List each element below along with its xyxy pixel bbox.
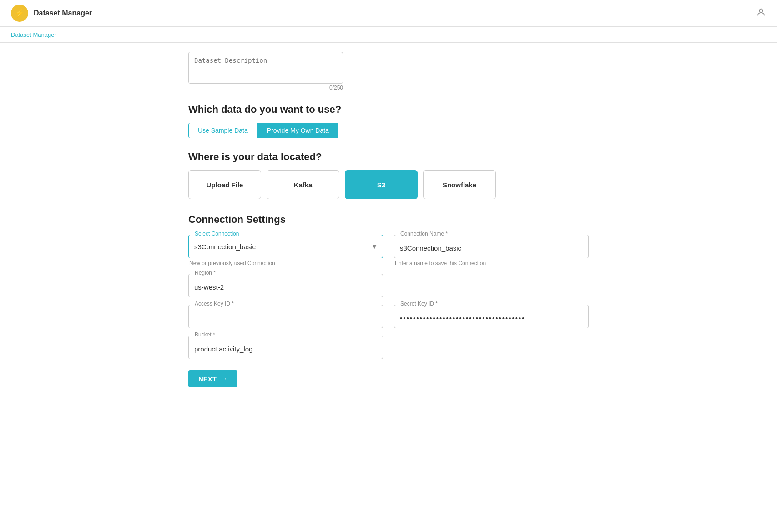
connection-name-group: Connection Name * Enter a name to save t… [394,235,589,266]
user-icon[interactable] [756,7,766,20]
region-group: Region * [188,274,383,297]
data-source-heading: Which data do you want to use? [188,104,589,115]
data-location-heading: Where is your data located? [188,151,589,163]
app-header: ⚡ Dataset Manager [0,0,777,27]
next-button-label: NEXT [198,375,217,383]
breadcrumb-bar: Dataset Manager [0,27,777,43]
bucket-group: Bucket * [188,336,383,359]
char-count: 0/250 [188,85,343,91]
bucket-label: Bucket * [193,331,217,338]
bucket-input[interactable] [188,336,383,359]
data-location-options: Upload File Kafka S3 Snowflake [188,170,589,199]
region-label: Region * [193,270,217,276]
header-left: ⚡ Dataset Manager [11,5,92,22]
connection-row-3: Access Key ID * Secret Key ID * [188,305,589,328]
main-content: 0/250 Which data do you want to use? Use… [170,43,607,415]
access-key-input[interactable] [188,305,383,328]
connection-row-4: Bucket * [188,336,589,359]
breadcrumb-link[interactable]: Dataset Manager [11,31,56,38]
next-arrow-icon: → [220,375,227,383]
secret-key-input[interactable] [394,305,589,328]
select-connection-hint: New or previously used Connection [188,260,383,266]
region-input[interactable] [188,274,383,297]
select-connection-dropdown[interactable]: s3Connection_basic [188,235,383,258]
use-sample-data-button[interactable]: Use Sample Data [188,123,257,138]
dataset-description-input[interactable] [188,52,343,84]
s3-button[interactable]: S3 [345,170,418,199]
svg-point-0 [759,9,762,12]
app-title: Dataset Manager [34,9,92,17]
connection-settings-heading: Connection Settings [188,214,589,226]
secret-key-group: Secret Key ID * [394,305,589,328]
connection-row-1: Select Connection s3Connection_basic ▼ N… [188,235,589,266]
connection-name-label: Connection Name * [399,231,449,237]
access-key-group: Access Key ID * [188,305,383,328]
next-button[interactable]: NEXT → [188,370,237,387]
secret-key-label: Secret Key ID * [399,301,439,307]
connection-name-input[interactable] [394,235,589,258]
select-connection-label: Select Connection [193,231,241,237]
provide-own-data-button[interactable]: Provide My Own Data [257,123,338,138]
connection-row-2: Region * [188,274,589,297]
select-connection-wrapper: s3Connection_basic ▼ [188,235,383,258]
kafka-button[interactable]: Kafka [267,170,339,199]
app-logo: ⚡ [11,5,28,22]
data-source-toggle-group: Use Sample Data Provide My Own Data [188,123,589,138]
snowflake-button[interactable]: Snowflake [423,170,496,199]
select-connection-group: Select Connection s3Connection_basic ▼ N… [188,235,383,266]
access-key-label: Access Key ID * [193,301,236,307]
connection-name-hint: Enter a name to save this Connection [394,260,589,266]
upload-file-button[interactable]: Upload File [188,170,261,199]
